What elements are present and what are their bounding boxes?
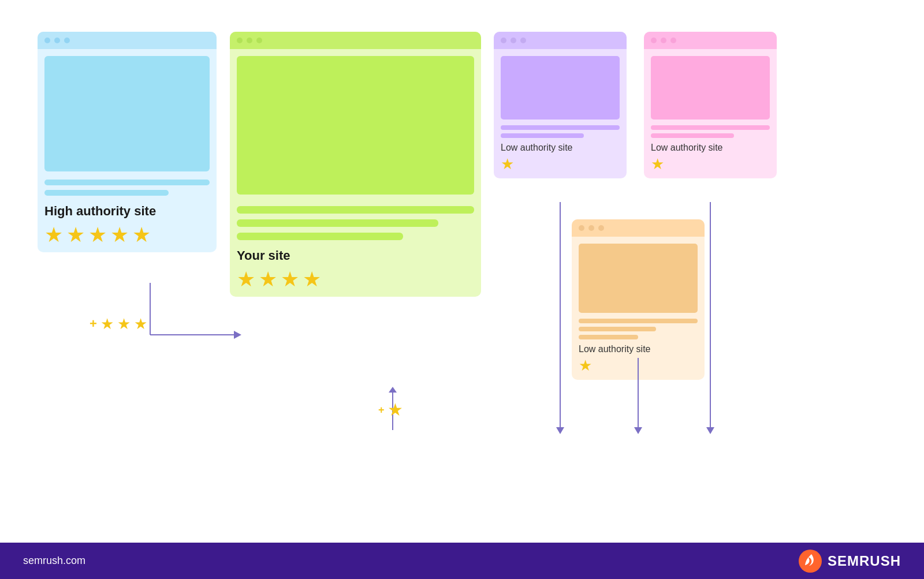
- star-2: ★: [66, 225, 85, 245]
- svg-marker-10: [634, 427, 642, 434]
- svg-marker-6: [556, 427, 564, 434]
- footer-domain: semrush.com: [23, 555, 85, 567]
- low-site-2-image: [651, 56, 770, 119]
- plus-star-yours: + ★: [378, 401, 403, 419]
- your-site-stars: ★ ★ ★ ★: [237, 269, 474, 290]
- browser-dot-3: [64, 38, 70, 43]
- high-authority-site-window: High authority site ★ ★ ★ ★ ★: [38, 32, 217, 252]
- star-3: ★: [88, 225, 107, 245]
- browser-dot-1: [44, 38, 50, 43]
- low-authority-2-stars: ★: [651, 156, 770, 171]
- browser-dot-y3: [256, 38, 262, 43]
- browser-bar-low1: [494, 32, 627, 49]
- browser-dot-l1-2: [511, 38, 516, 43]
- high-site-image: [44, 56, 210, 171]
- your-site-line-1: [237, 206, 474, 214]
- low-authority-2-label: Low authority site: [651, 143, 770, 153]
- semrush-logo: SEMRUSH: [799, 550, 901, 573]
- browser-dot-l2-1: [651, 38, 657, 43]
- browser-dot-l1-3: [520, 38, 526, 43]
- browser-content-high: High authority site ★ ★ ★ ★ ★: [38, 49, 217, 252]
- low-site-2-line-1: [651, 125, 770, 130]
- low-star-1: ★: [501, 156, 514, 171]
- browser-bar-high: [38, 32, 217, 49]
- star-5: ★: [132, 225, 151, 245]
- low-star-2: ★: [651, 156, 664, 171]
- browser-content-yours: Your site ★ ★ ★ ★: [230, 49, 481, 297]
- bonus-star-3: ★: [134, 316, 147, 331]
- high-authority-stars: ★ ★ ★ ★ ★: [44, 225, 210, 245]
- plus-icon-yours: +: [378, 404, 385, 416]
- svg-marker-4: [389, 387, 397, 393]
- your-site-line-3: [237, 233, 403, 240]
- low-authority-1-label: Low authority site: [501, 143, 620, 153]
- browser-dot-l2-2: [661, 38, 666, 43]
- semrush-flame-icon: [799, 550, 822, 573]
- low-site-1-image: [501, 56, 620, 119]
- svg-marker-2: [234, 331, 241, 339]
- semrush-brand-name: SEMRUSH: [828, 553, 901, 569]
- high-site-line-2: [44, 190, 169, 196]
- low-site-1-line-1: [501, 125, 620, 130]
- your-star-4: ★: [303, 269, 321, 290]
- browser-dot-l1-1: [501, 38, 506, 43]
- your-site-window: Your site ★ ★ ★ ★: [230, 32, 481, 297]
- low-authority-site-1-window: Low authority site ★: [494, 32, 627, 178]
- browser-content-low2: Low authority site ★: [644, 49, 777, 178]
- plus-stars-row: + ★ ★ ★: [90, 316, 147, 331]
- high-authority-label: High authority site: [44, 204, 210, 219]
- browser-dot-y2: [247, 38, 252, 43]
- bonus-star-yours: ★: [388, 401, 403, 419]
- low-site-1-line-2: [501, 133, 584, 138]
- your-site-line-2: [237, 219, 438, 227]
- browser-content-low1: Low authority site ★: [494, 49, 627, 178]
- bonus-star-2: ★: [117, 316, 131, 331]
- browser-bar-yours: [230, 32, 481, 49]
- browser-dot-l2-3: [670, 38, 676, 43]
- your-site-label: Your site: [237, 248, 474, 263]
- star-1: ★: [44, 225, 63, 245]
- your-star-3: ★: [281, 269, 299, 290]
- browser-dot-2: [54, 38, 60, 43]
- footer: semrush.com SEMRUSH: [0, 543, 924, 579]
- browser-bar-low2: [644, 32, 777, 49]
- your-star-2: ★: [259, 269, 277, 290]
- high-site-line-1: [44, 180, 210, 185]
- main-content: High authority site ★ ★ ★ ★ ★ + ★ ★ ★: [0, 0, 924, 543]
- your-site-image: [237, 56, 474, 195]
- plus-icon: +: [90, 316, 97, 331]
- star-4: ★: [110, 225, 129, 245]
- your-star-1: ★: [237, 269, 255, 290]
- svg-marker-8: [706, 427, 714, 434]
- low-authority-site-2-window: Low authority site ★: [644, 32, 777, 178]
- low-authority-1-stars: ★: [501, 156, 620, 171]
- arrows-low-to-yours: [485, 202, 785, 439]
- svg-point-11: [799, 550, 822, 573]
- bonus-star-1: ★: [100, 316, 114, 331]
- browser-dot-y1: [237, 38, 243, 43]
- low-site-2-line-2: [651, 133, 734, 138]
